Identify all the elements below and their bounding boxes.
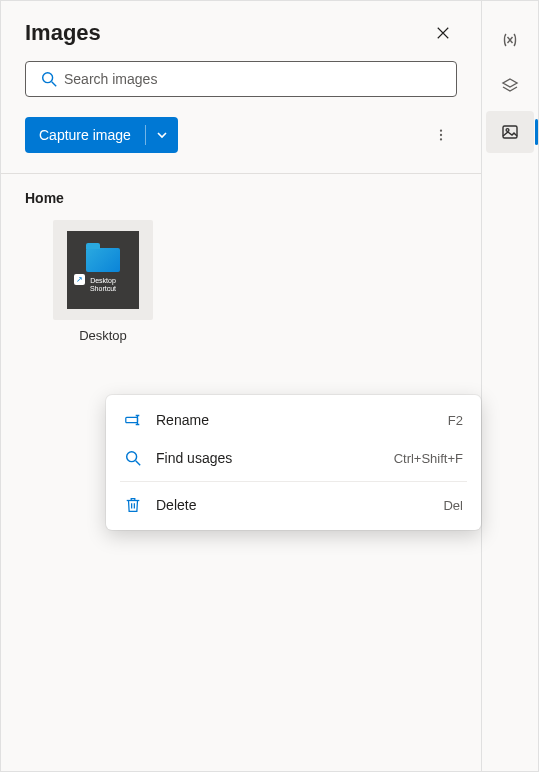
rail-item-variables[interactable] [486, 19, 534, 61]
panel-header: Images [1, 1, 481, 61]
rail-item-layers[interactable] [486, 65, 534, 107]
close-button[interactable] [429, 19, 457, 47]
thumbnail-preview: ↗ Desktop Shortcut [53, 220, 153, 320]
svg-rect-6 [503, 126, 517, 138]
menu-item-delete[interactable]: Delete Del [106, 486, 481, 524]
svg-point-5 [127, 452, 137, 462]
image-content: ↗ Desktop Shortcut [67, 231, 139, 309]
menu-item-shortcut: Ctrl+Shift+F [394, 451, 463, 466]
svg-point-7 [506, 129, 509, 132]
trash-icon [124, 496, 142, 514]
variable-icon [500, 30, 520, 50]
rename-icon [124, 411, 142, 429]
search-container [1, 61, 481, 109]
folder-icon [86, 248, 120, 272]
shortcut-overlay-icon: ↗ [74, 274, 85, 285]
search-icon [40, 70, 58, 88]
svg-point-0 [43, 73, 53, 83]
menu-item-rename[interactable]: Rename F2 [106, 401, 481, 439]
capture-image-dropdown[interactable] [146, 117, 178, 153]
svg-point-1 [440, 129, 442, 131]
rail-item-images[interactable] [486, 111, 534, 153]
search-icon [124, 449, 142, 467]
more-vertical-icon [434, 128, 448, 142]
more-actions-button[interactable] [425, 119, 457, 151]
search-box[interactable] [25, 61, 457, 97]
home-section: Home ↗ Desktop Shortcut Desktop [1, 174, 481, 359]
capture-image-button[interactable]: Capture image [25, 117, 178, 153]
section-title: Home [25, 190, 457, 206]
menu-item-find-usages[interactable]: Find usages Ctrl+Shift+F [106, 439, 481, 477]
image-icon [500, 122, 520, 142]
chevron-down-icon [156, 129, 168, 141]
context-menu: Rename F2 Find usages Ctrl+Shift+F [106, 395, 481, 530]
menu-item-label: Delete [156, 497, 443, 513]
svg-rect-4 [126, 417, 138, 422]
svg-point-3 [440, 138, 442, 140]
toolbar: Capture image [1, 109, 481, 171]
thumbnail-item[interactable]: ↗ Desktop Shortcut Desktop [53, 220, 153, 343]
menu-item-label: Find usages [156, 450, 394, 466]
layers-icon [500, 76, 520, 96]
close-icon [436, 26, 450, 40]
right-rail [482, 1, 538, 771]
menu-item-shortcut: F2 [448, 413, 463, 428]
thumbnail-grid: ↗ Desktop Shortcut Desktop [25, 220, 457, 343]
menu-item-label: Rename [156, 412, 448, 428]
capture-image-label[interactable]: Capture image [25, 117, 145, 153]
search-input[interactable] [64, 62, 448, 96]
panel-title: Images [25, 20, 101, 46]
thumbnail-label: Desktop [79, 328, 127, 343]
svg-point-2 [440, 134, 442, 136]
images-panel: Images Capture image [1, 1, 482, 771]
menu-item-shortcut: Del [443, 498, 463, 513]
